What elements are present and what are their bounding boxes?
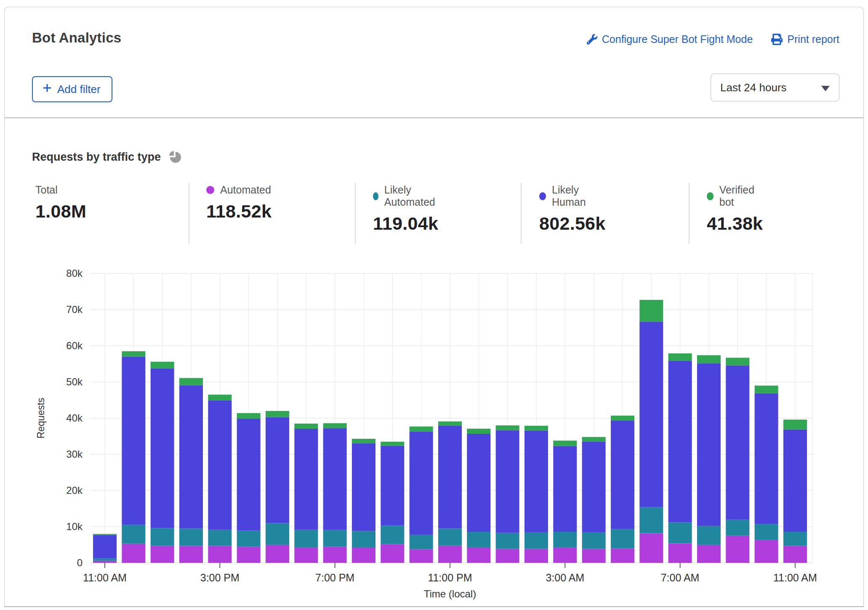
wrench-icon bbox=[587, 34, 597, 45]
stat-divider bbox=[189, 183, 189, 244]
time-range-value: Last 24 hours bbox=[720, 81, 787, 94]
likely-human-dot bbox=[539, 192, 546, 200]
stat-divider bbox=[355, 183, 356, 244]
stat-automated: Automated 118.52k bbox=[206, 184, 272, 222]
configure-super-bot-fight-mode-link[interactable]: Configure Super Bot Fight Mode bbox=[587, 33, 753, 45]
stat-total-label: Total bbox=[35, 184, 58, 196]
stat-verified-bot-label: Verified bot bbox=[719, 184, 763, 208]
bot-analytics-screen: Bot Analytics Configure Super Bot Fight … bbox=[0, 0, 868, 610]
stat-likely-human-value: 802.56k bbox=[539, 213, 606, 234]
print-link-label: Print report bbox=[787, 33, 839, 45]
stat-likely-human: Likely Human 802.56k bbox=[539, 184, 606, 234]
automated-dot bbox=[206, 186, 214, 194]
configure-link-label: Configure Super Bot Fight Mode bbox=[602, 33, 753, 45]
stat-total-value: 1.08M bbox=[35, 201, 86, 222]
print-report-link[interactable]: Print report bbox=[771, 33, 839, 45]
section-title: Requests by traffic type bbox=[32, 151, 161, 164]
header-links: Configure Super Bot Fight Mode Print rep… bbox=[587, 33, 839, 45]
stat-divider bbox=[689, 183, 690, 244]
stat-verified-bot: Verified bot 41.38k bbox=[707, 184, 763, 234]
printer-icon bbox=[771, 34, 783, 45]
page-title: Bot Analytics bbox=[32, 30, 121, 46]
bot-analytics-card: Bot Analytics Configure Super Bot Fight … bbox=[4, 7, 864, 607]
plus-icon bbox=[42, 83, 52, 96]
stat-automated-label: Automated bbox=[220, 184, 271, 196]
chevron-down-icon bbox=[821, 86, 830, 91]
stat-likely-automated-value: 119.04k bbox=[373, 213, 438, 234]
add-filter-button[interactable]: Add filter bbox=[32, 76, 112, 102]
verified-bot-dot bbox=[707, 192, 714, 200]
add-filter-label: Add filter bbox=[57, 83, 101, 96]
section-title-row: Requests by traffic type bbox=[32, 150, 182, 164]
stat-total: Total 1.08M bbox=[35, 184, 86, 222]
stat-likely-human-label: Likely Human bbox=[552, 184, 606, 208]
stat-likely-automated: Likely Automated 119.04k bbox=[373, 184, 438, 234]
pie-chart-icon bbox=[168, 150, 182, 164]
stat-verified-bot-value: 41.38k bbox=[707, 213, 763, 234]
stat-automated-value: 118.52k bbox=[206, 201, 272, 222]
time-range-select[interactable]: Last 24 hours bbox=[711, 74, 839, 101]
stat-likely-automated-label: Likely Automated bbox=[384, 184, 438, 208]
likely-automated-dot bbox=[373, 192, 378, 200]
header-divider bbox=[5, 117, 863, 118]
stat-divider bbox=[521, 183, 522, 244]
